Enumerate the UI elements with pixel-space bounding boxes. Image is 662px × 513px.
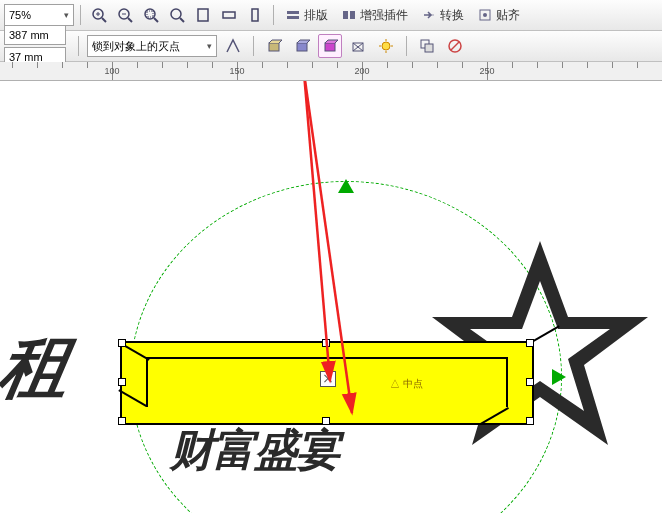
center-label: △ 中点 — [390, 377, 423, 391]
ruler-tick-label: 200 — [354, 66, 369, 76]
zoom-selection-icon[interactable] — [139, 3, 163, 27]
svg-line-11 — [180, 18, 184, 22]
rotation-handle-top[interactable] — [338, 179, 354, 193]
extrude-color-icon[interactable] — [318, 34, 342, 58]
zoom-in-icon[interactable] — [87, 3, 111, 27]
extrude-bevel-icon[interactable] — [346, 34, 370, 58]
layout-menu[interactable]: 排版 — [280, 4, 334, 26]
bottom-text: 财富盛宴 — [170, 421, 338, 480]
selection-handle[interactable] — [118, 339, 126, 347]
zoom-width-icon[interactable] — [217, 3, 241, 27]
svg-rect-14 — [252, 9, 258, 21]
separator — [273, 5, 274, 25]
svg-rect-18 — [350, 11, 355, 19]
selection-handle[interactable] — [526, 378, 534, 386]
separator — [406, 36, 407, 56]
svg-rect-21 — [269, 43, 279, 51]
selection-handle[interactable] — [118, 378, 126, 386]
menu-label: 贴齐 — [496, 7, 520, 24]
snap-menu[interactable]: 贴齐 — [472, 4, 526, 26]
svg-line-8 — [154, 18, 158, 22]
width-input[interactable]: 387 mm — [4, 25, 66, 45]
svg-rect-15 — [287, 11, 299, 14]
selection-handle[interactable] — [322, 339, 330, 347]
svg-rect-22 — [297, 43, 307, 51]
svg-rect-9 — [147, 11, 153, 17]
separator — [253, 36, 254, 56]
center-marker[interactable] — [320, 371, 336, 387]
dimension-inputs: 387 mm 37 mm — [4, 25, 66, 67]
enhance-plugin-menu[interactable]: 增强插件 — [336, 4, 414, 26]
copy-extrude-icon[interactable] — [415, 34, 439, 58]
ruler-tick-label: 150 — [229, 66, 244, 76]
zoom-out-icon[interactable] — [113, 3, 137, 27]
svg-point-20 — [483, 13, 487, 17]
svg-rect-23 — [325, 43, 335, 51]
svg-point-10 — [171, 9, 181, 19]
selection-handle[interactable] — [526, 417, 534, 425]
svg-point-27 — [382, 42, 390, 50]
ruler-tick-label: 100 — [104, 66, 119, 76]
extrude-rotate-icon[interactable] — [262, 34, 286, 58]
separator — [80, 5, 81, 25]
width-value: 387 mm — [9, 29, 49, 41]
zoom-all-icon[interactable] — [165, 3, 189, 27]
selection-handle[interactable] — [118, 417, 126, 425]
zoom-value: 75% — [9, 9, 31, 21]
svg-rect-12 — [198, 9, 208, 21]
main-toolbar: 75% 排版 增强插件 转换 贴齐 — [0, 0, 662, 31]
vanishing-point-combo[interactable]: 锁到对象上的灭点 — [87, 35, 217, 57]
zoom-level-combo[interactable]: 75% — [4, 4, 74, 26]
clear-extrude-icon[interactable] — [443, 34, 467, 58]
svg-rect-17 — [343, 11, 348, 19]
vp-label: 锁到对象上的灭点 — [92, 39, 180, 54]
svg-rect-13 — [223, 12, 235, 18]
separator — [78, 36, 79, 56]
svg-rect-33 — [425, 44, 433, 52]
vp-tool-1-icon[interactable] — [221, 34, 245, 58]
menu-label: 转换 — [440, 7, 464, 24]
menu-label: 增强插件 — [360, 7, 408, 24]
left-partial-text: 租 — [0, 321, 78, 415]
menu-label: 排版 — [304, 7, 328, 24]
extrude-depth-icon[interactable] — [290, 34, 314, 58]
convert-menu[interactable]: 转换 — [416, 4, 470, 26]
zoom-page-icon[interactable] — [191, 3, 215, 27]
horizontal-ruler: // minor ticks drawn statically 10015020… — [0, 62, 662, 81]
drawing-canvas[interactable]: 租 △ 中点 财富盛宴 — [0, 81, 662, 513]
selection-handle[interactable] — [526, 339, 534, 347]
ruler-tick-label: 250 — [479, 66, 494, 76]
zoom-height-icon[interactable] — [243, 3, 267, 27]
svg-line-35 — [451, 42, 459, 50]
property-toolbar: 387 mm 37 mm 锁到对象上的灭点 — [0, 31, 662, 62]
extrude-lighting-icon[interactable] — [374, 34, 398, 58]
svg-line-1 — [102, 18, 106, 22]
svg-rect-16 — [287, 16, 299, 19]
svg-line-5 — [128, 18, 132, 22]
